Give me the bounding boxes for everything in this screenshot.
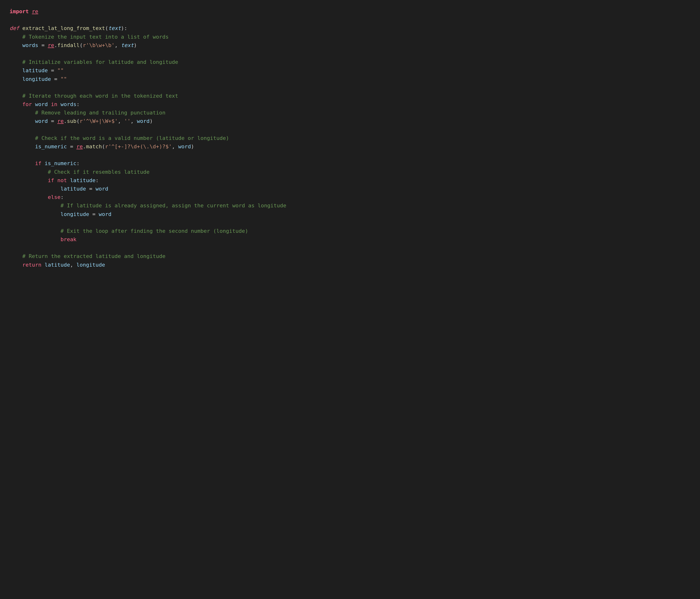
line-31: return latitude, longitude xyxy=(9,262,105,268)
line-3: def extract_lat_long_from_text(text): xyxy=(9,25,127,31)
line-21: if not latitude: xyxy=(9,177,99,183)
line-1: import re xyxy=(9,8,38,15)
line-4: # Tokenize the input text into a list of… xyxy=(9,34,169,40)
line-19: if is_numeric: xyxy=(9,160,79,166)
line-20: # Check if it resembles latitude xyxy=(9,169,150,175)
line-16: # Check if the word is a valid number (l… xyxy=(9,135,229,141)
line-7: # Initialize variables for latitude and … xyxy=(9,59,178,65)
line-25: longitude = word xyxy=(9,211,111,217)
line-12: for word in words: xyxy=(9,101,79,107)
line-30: # Return the extracted latitude and long… xyxy=(9,253,166,259)
line-22: latitude = word xyxy=(9,186,108,192)
line-17: is_numeric = re.match(r'^[+-]?\d+(\.\d+)… xyxy=(9,144,194,150)
line-27: # Exit the loop after finding the second… xyxy=(9,228,248,234)
line-28: break xyxy=(9,236,76,242)
line-14: word = re.sub(r'^\W+|\W+$', '', word) xyxy=(9,118,153,124)
line-24: # If latitude is already assigned, assig… xyxy=(9,203,286,209)
line-23: else: xyxy=(9,194,64,200)
line-11: # Iterate through each word in the token… xyxy=(9,93,178,99)
code-container: import re def extract_lat_long_from_text… xyxy=(9,7,691,269)
line-13: # Remove leading and trailing punctuatio… xyxy=(9,110,166,116)
line-9: longitude = "" xyxy=(9,76,67,82)
line-5: words = re.findall(r'\b\w+\b', text) xyxy=(9,42,137,48)
line-8: latitude = "" xyxy=(9,68,64,73)
